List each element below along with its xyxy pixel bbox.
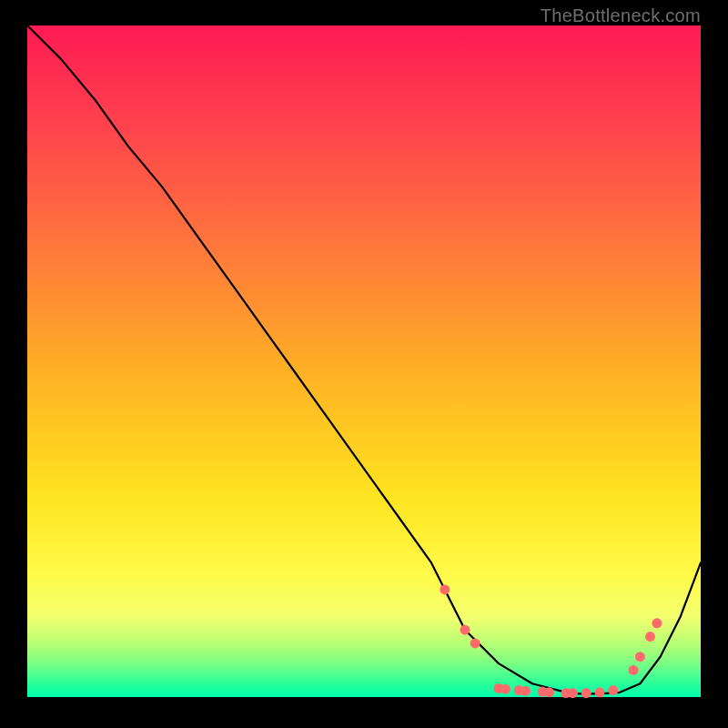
- curve-marker: [595, 687, 605, 697]
- curve-markers: [440, 584, 662, 698]
- curve-marker: [568, 688, 578, 698]
- curve-marker: [629, 665, 639, 675]
- plot-area: [27, 25, 701, 697]
- curve-marker: [608, 685, 618, 695]
- curve-layer: [27, 25, 701, 697]
- curve-marker: [440, 584, 450, 594]
- attribution-watermark: TheBottleneck.com: [541, 5, 701, 26]
- curve-marker: [460, 625, 470, 635]
- curve-marker: [645, 632, 655, 642]
- curve-marker: [500, 684, 511, 694]
- curve-marker: [635, 652, 645, 662]
- curve-marker: [581, 688, 592, 698]
- curve-marker: [470, 638, 480, 648]
- curve-marker: [652, 618, 662, 628]
- bottleneck-curve: [27, 25, 701, 693]
- curve-marker: [521, 686, 531, 696]
- curve-marker: [544, 687, 554, 697]
- chart-frame: TheBottleneck.com: [0, 0, 728, 728]
